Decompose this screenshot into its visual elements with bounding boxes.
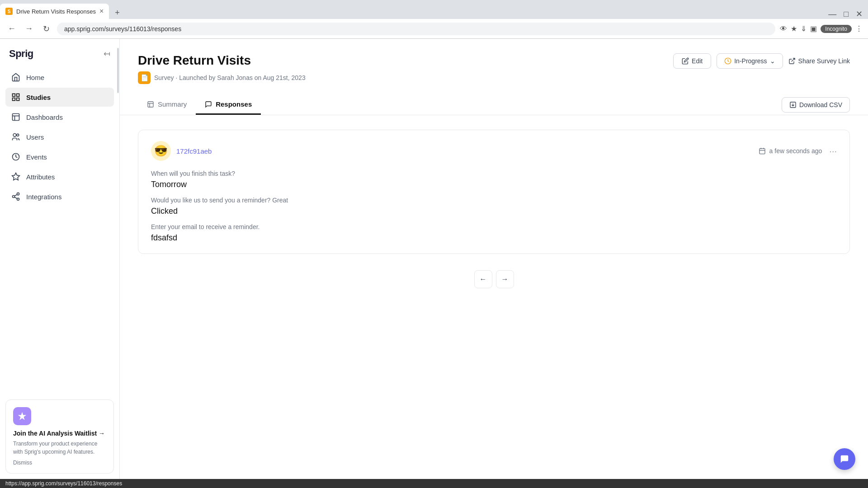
- sidebar-item-label-users: Users: [26, 133, 44, 141]
- user-id-link[interactable]: 172fc91aeb: [176, 147, 212, 155]
- window-controls: — □ ✕: [823, 9, 868, 19]
- address-bar: ← → ↻ 👁 ★ ⇓ ▣ Incognito ⋮: [0, 19, 868, 39]
- answer-2-text: Clicked: [151, 206, 837, 216]
- events-icon: [11, 152, 21, 162]
- main-header: Drive Return Visits 📄 Survey · Launched …: [120, 39, 868, 115]
- status-bar-url: https://app.sprig.com/surveys/116013/res…: [5, 480, 122, 487]
- svg-rect-0: [13, 94, 15, 97]
- sidebar-scrollbar-thumb[interactable]: [117, 48, 119, 93]
- tab-summary[interactable]: Summary: [138, 95, 196, 115]
- pagination-prev-button[interactable]: ←: [474, 270, 492, 288]
- download-icon[interactable]: ⇓: [801, 24, 807, 33]
- svg-marker-10: [12, 173, 20, 180]
- response-qa-2: Would you like us to send you a reminder…: [151, 197, 837, 216]
- sidebar-collapse-button[interactable]: ↤: [104, 49, 110, 59]
- survey-meta-text: Survey · Launched by Sarah Jonas on Aug …: [154, 74, 306, 81]
- answer-1-text: Tomorrow: [151, 180, 837, 189]
- window-close[interactable]: ✕: [856, 9, 863, 19]
- header-top-row: Drive Return Visits 📄 Survey · Launched …: [138, 53, 850, 84]
- tab-summary-label: Summary: [158, 100, 187, 108]
- sidebar-header: Sprig ↤: [0, 39, 119, 64]
- svg-point-13: [17, 198, 19, 200]
- tab-responses[interactable]: Responses: [196, 95, 261, 115]
- sidebar-scrollbar-track[interactable]: [117, 39, 119, 479]
- edit-button-label: Edit: [692, 57, 703, 65]
- sidebar-item-home[interactable]: Home: [5, 68, 114, 87]
- edit-button[interactable]: Edit: [673, 53, 711, 69]
- svg-rect-23: [760, 149, 765, 154]
- share-survey-link-button[interactable]: Share Survey Link: [788, 57, 850, 65]
- nav-refresh-button[interactable]: ↻: [40, 23, 52, 35]
- browser-chrome: S Drive Return Visits Responses × + — □ …: [0, 0, 868, 39]
- dashboards-icon: [11, 112, 21, 122]
- sidebar-item-label-home: Home: [26, 74, 44, 81]
- sidebar-item-dashboards[interactable]: Dashboards: [5, 108, 114, 127]
- sidebar-nav: Home Studies Dashboards Users: [0, 64, 119, 394]
- response-user: 😎 172fc91aeb: [151, 141, 212, 161]
- question-3-text: Enter your email to receive a reminder.: [151, 223, 837, 230]
- studies-icon: [11, 92, 21, 102]
- new-tab-button[interactable]: +: [111, 6, 123, 19]
- nav-forward-button[interactable]: →: [23, 23, 35, 35]
- ai-promo-description: Transform your product experience with S…: [13, 440, 106, 456]
- browser-tab-active[interactable]: S Drive Return Visits Responses ×: [0, 4, 109, 19]
- ai-promo-dismiss-button[interactable]: Dismiss: [13, 460, 106, 466]
- tab-list: Summary Responses: [138, 95, 261, 115]
- more-options-icon[interactable]: ⋮: [855, 24, 863, 33]
- sidebar-item-users[interactable]: Users: [5, 127, 114, 146]
- incognito-badge: Incognito: [821, 25, 852, 33]
- tab-close-btn[interactable]: ×: [99, 8, 104, 15]
- svg-point-7: [13, 134, 16, 137]
- nav-back-button[interactable]: ←: [5, 23, 18, 35]
- response-time-label: a few seconds ago: [769, 147, 822, 155]
- sidebar-item-integrations[interactable]: Integrations: [5, 187, 114, 206]
- app: Sprig ↤ Home Studies Dashboards: [0, 39, 868, 479]
- screen-cast-icon[interactable]: ▣: [810, 24, 817, 33]
- sidebar-item-label-attributes: Attributes: [26, 173, 55, 181]
- survey-meta: 📄 Survey · Launched by Sarah Jonas on Au…: [138, 71, 306, 84]
- answer-3-text: fdsafsd: [151, 233, 837, 243]
- status-button-label: In-Progress: [734, 57, 767, 65]
- download-csv-button[interactable]: Download CSV: [782, 97, 850, 113]
- svg-rect-2: [13, 98, 15, 101]
- tab-responses-label: Responses: [216, 100, 252, 108]
- window-restore[interactable]: □: [844, 9, 849, 19]
- bookmark-icon[interactable]: ★: [791, 24, 797, 33]
- response-header: 😎 172fc91aeb a few seconds ago ···: [151, 141, 837, 161]
- pagination-controls: ← →: [138, 263, 850, 296]
- sidebar-item-attributes[interactable]: Attributes: [5, 167, 114, 186]
- toolbar-right: 👁 ★ ⇓ ▣ Incognito ⋮: [780, 24, 863, 33]
- svg-line-14: [14, 197, 17, 198]
- sidebar-item-studies[interactable]: Studies: [5, 88, 114, 107]
- ai-promo-title[interactable]: Join the AI Analysis Waitlist →: [13, 430, 106, 437]
- url-input[interactable]: [57, 23, 775, 35]
- svg-rect-18: [148, 102, 153, 107]
- download-csv-label: Download CSV: [799, 101, 842, 108]
- survey-title-block: Drive Return Visits 📄 Survey · Launched …: [138, 53, 306, 84]
- sidebar-item-label-studies: Studies: [26, 94, 51, 101]
- pagination-next-button[interactable]: →: [496, 270, 514, 288]
- chat-support-button[interactable]: [834, 448, 855, 470]
- attributes-icon: [11, 172, 21, 182]
- response-meta: a few seconds ago ···: [759, 146, 837, 156]
- sidebar-item-events[interactable]: Events: [5, 147, 114, 166]
- ai-promo-card: Join the AI Analysis Waitlist → Transfor…: [5, 399, 114, 474]
- svg-line-17: [791, 58, 794, 61]
- status-chevron-icon: ⌄: [770, 57, 775, 65]
- browser-status-bar: https://app.sprig.com/surveys/116013/res…: [0, 479, 868, 488]
- users-icon: [11, 132, 21, 142]
- logo: Sprig: [9, 48, 33, 60]
- share-button-label: Share Survey Link: [798, 57, 850, 65]
- question-2-text: Would you like us to send you a reminder…: [151, 197, 837, 204]
- svg-point-11: [17, 193, 19, 195]
- sidebar-item-label-dashboards: Dashboards: [26, 113, 63, 121]
- status-button[interactable]: In-Progress ⌄: [717, 53, 783, 69]
- tab-title: Drive Return Visits Responses: [16, 8, 96, 15]
- response-more-options[interactable]: ···: [829, 146, 837, 156]
- reader-view-icon[interactable]: 👁: [780, 25, 787, 33]
- response-card: 😎 172fc91aeb a few seconds ago ··· When …: [138, 130, 850, 254]
- window-minimize[interactable]: —: [828, 9, 836, 19]
- tab-row: Summary Responses Download CSV: [138, 91, 850, 115]
- main-content-area: Drive Return Visits 📄 Survey · Launched …: [120, 39, 868, 479]
- svg-rect-3: [17, 98, 19, 101]
